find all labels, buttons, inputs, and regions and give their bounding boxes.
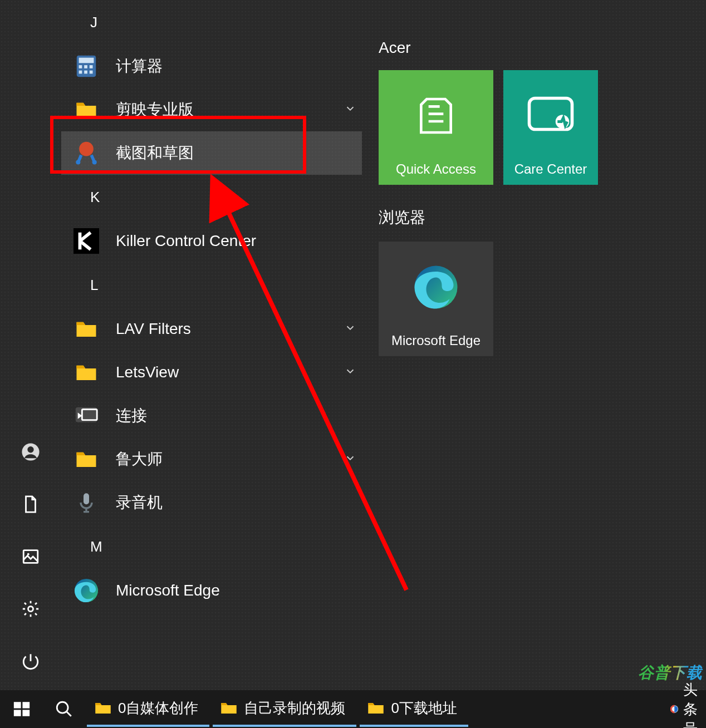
snip-icon (72, 139, 100, 167)
taskbar-folder-2[interactable]: 自己录制的视频 (213, 691, 356, 727)
connect-icon (72, 402, 100, 430)
app-item-killer[interactable]: Killer Control Center (61, 219, 373, 263)
app-label: LAV Filters (116, 320, 191, 338)
svg-rect-10 (79, 71, 82, 74)
svg-rect-28 (22, 710, 30, 716)
search-icon (55, 700, 73, 719)
windows-icon (12, 700, 31, 719)
folder-icon (72, 445, 100, 473)
tile-label: Microsoft Edge (391, 333, 481, 348)
taskbar-app-toutiao[interactable]: 头条号 (670, 690, 706, 728)
taskbar-label: 0自媒体创作 (118, 699, 198, 718)
documents-icon (21, 495, 40, 514)
taskbar-label: 0下载地址 (391, 699, 457, 718)
quickaccess-icon (414, 70, 458, 161)
power-button[interactable] (18, 649, 43, 673)
svg-point-3 (27, 553, 30, 555)
taskbar-folder-1[interactable]: 0自媒体创作 (87, 691, 209, 727)
taskbar-label: 头条号 (683, 680, 700, 729)
app-label: 录音机 (116, 492, 163, 513)
power-icon (21, 652, 40, 671)
svg-rect-12 (90, 71, 93, 74)
start-app-list[interactable]: J 计算器 剪映专业版 (61, 0, 373, 690)
app-item-edge[interactable]: Microsoft Edge (61, 569, 373, 612)
letter-header-k[interactable]: K (61, 175, 373, 219)
tile-label: Care Center (514, 161, 587, 177)
svg-point-29 (57, 702, 68, 713)
taskbar-label: 自己录制的视频 (244, 699, 345, 718)
svg-point-4 (28, 606, 33, 611)
app-item-snip[interactable]: 截图和草图 (61, 131, 362, 175)
tile-group-title-browser[interactable]: 浏览器 (379, 207, 706, 228)
edge-icon (413, 242, 459, 333)
letter-header-l[interactable]: L (61, 263, 373, 307)
tile-label: Quick Access (396, 161, 476, 177)
edge-icon (72, 577, 100, 604)
folder-icon (220, 701, 237, 715)
app-label: 截图和草图 (116, 142, 194, 164)
svg-rect-27 (14, 710, 21, 716)
app-item-connect[interactable]: 连接 (61, 394, 373, 437)
account-icon (21, 442, 40, 461)
folder-icon (72, 96, 100, 124)
svg-rect-26 (22, 702, 30, 708)
chevron-down-icon (344, 101, 356, 119)
app-item-ludashi[interactable]: 鲁大师 (61, 437, 373, 481)
svg-rect-25 (14, 702, 21, 708)
calculator-icon (72, 52, 100, 80)
settings-icon (21, 599, 40, 618)
svg-rect-11 (84, 71, 87, 74)
app-label: 连接 (116, 405, 147, 426)
folder-icon (72, 358, 100, 386)
app-label: 剪映专业版 (116, 99, 194, 120)
svg-point-15 (92, 160, 97, 164)
folder-icon (72, 315, 100, 343)
letter-header-m[interactable]: M (61, 524, 373, 569)
settings-button[interactable] (18, 597, 43, 621)
chevron-down-icon (344, 320, 356, 338)
taskbar: 0自媒体创作 自己录制的视频 0下载地址 头条号 (0, 690, 706, 728)
app-item-jianying[interactable]: 剪映专业版 (61, 88, 373, 131)
svg-rect-8 (84, 65, 87, 68)
app-label: Killer Control Center (116, 232, 256, 250)
pictures-button[interactable] (18, 544, 43, 569)
svg-rect-16 (73, 228, 99, 254)
app-item-recorder[interactable]: 录音机 (61, 481, 373, 524)
tile-quick-access[interactable]: Quick Access (379, 70, 493, 185)
documents-button[interactable] (18, 492, 43, 517)
chevron-down-icon (344, 363, 356, 381)
app-label: 计算器 (116, 56, 163, 77)
start-left-rail (0, 0, 61, 690)
svg-point-14 (76, 160, 80, 164)
tile-group-title-acer[interactable]: Acer (379, 39, 706, 57)
app-label: LetsView (116, 363, 179, 381)
letter-header-j[interactable]: J (61, 0, 373, 45)
recorder-icon (72, 489, 100, 517)
svg-rect-19 (84, 493, 89, 504)
taskbar-search[interactable] (45, 690, 84, 728)
svg-point-1 (27, 446, 33, 452)
chevron-down-icon (344, 450, 356, 468)
app-item-letsview[interactable]: LetsView (61, 351, 373, 394)
start-tiles: Acer Quick Access (373, 0, 706, 690)
tile-edge[interactable]: Microsoft Edge (379, 242, 493, 356)
app-label: Microsoft Edge (116, 582, 220, 599)
taskbar-folder-3[interactable]: 0下载地址 (360, 691, 468, 727)
pictures-icon (21, 547, 40, 566)
start-menu: J 计算器 剪映专业版 (0, 0, 706, 690)
killer-icon (72, 227, 100, 255)
app-item-calculator[interactable]: 计算器 (61, 45, 373, 88)
start-button[interactable] (2, 690, 41, 728)
toutiao-icon (670, 699, 679, 719)
svg-rect-9 (90, 65, 93, 68)
tile-care-center[interactable]: Care Center (503, 70, 598, 185)
folder-icon (95, 701, 111, 715)
app-label: 鲁大师 (116, 449, 163, 470)
svg-rect-7 (79, 65, 82, 68)
account-button[interactable] (18, 440, 43, 464)
svg-point-13 (79, 142, 94, 156)
carecenter-icon (527, 70, 574, 161)
svg-rect-6 (79, 58, 94, 63)
folder-icon (367, 701, 384, 715)
app-item-lavfilters[interactable]: LAV Filters (61, 307, 373, 351)
